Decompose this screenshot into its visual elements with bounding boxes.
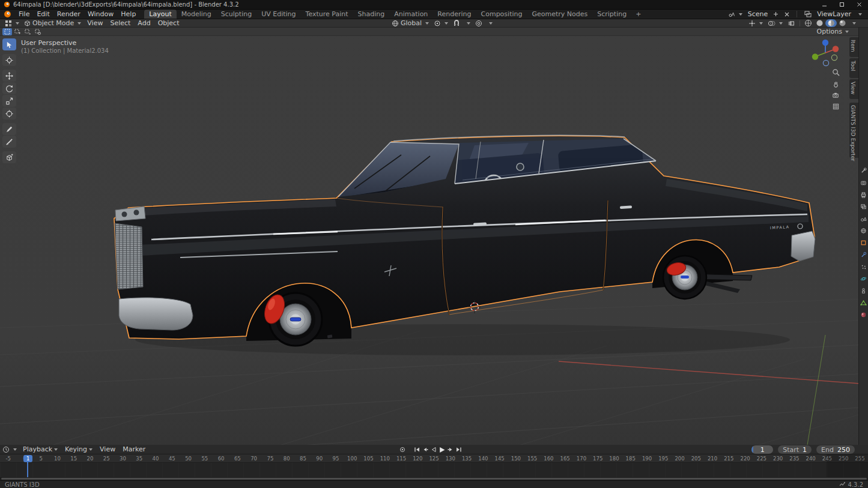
menubar-menu-render[interactable]: Render (53, 10, 84, 19)
add-workspace-button[interactable]: + (631, 10, 645, 19)
select-mode-intersect-button[interactable] (33, 28, 43, 35)
toggle-ortho-icon[interactable] (830, 101, 841, 111)
measure-tool[interactable] (2, 136, 16, 148)
unlink-scene-button[interactable] (782, 10, 792, 19)
timeline-editor-type-button[interactable] (0, 445, 19, 454)
play-button[interactable] (438, 446, 446, 454)
navigation-gizmo[interactable] (810, 37, 841, 68)
sidebar-tab-view[interactable]: View (849, 79, 858, 99)
viewlayer-properties-icon[interactable] (860, 203, 867, 211)
transform-tool[interactable] (2, 107, 16, 119)
new-scene-button[interactable] (771, 10, 781, 19)
select-mode-set-button[interactable] (2, 28, 12, 35)
modifier-properties-icon[interactable] (860, 251, 867, 259)
rear-wheel[interactable] (663, 256, 706, 299)
auto-keying-toggle[interactable] (398, 446, 406, 454)
show-overlays-button[interactable] (765, 19, 785, 27)
zoom-icon[interactable] (830, 67, 841, 77)
sidebar-tab-giants-i3d-exporter[interactable]: GIANTS I3D Exporter (849, 103, 858, 158)
select-mode-extend-button[interactable] (13, 28, 22, 35)
scene-name[interactable]: Scene (746, 10, 770, 18)
viewport-menu-select[interactable]: Select (106, 19, 134, 27)
tool-properties-icon[interactable] (860, 167, 867, 175)
close-button[interactable] (851, 0, 868, 9)
workspace-tab-layout[interactable]: Layout (144, 10, 176, 19)
workspace-tab-sculpting[interactable]: Sculpting (216, 10, 256, 19)
workspace-tab-shading[interactable]: Shading (353, 10, 390, 19)
menubar-menu-file[interactable]: File (15, 10, 33, 19)
particle-properties-icon[interactable] (860, 263, 867, 271)
workspace-tab-uv-editing[interactable]: UV Editing (256, 10, 300, 19)
show-gizmo-button[interactable] (746, 19, 765, 27)
render-properties-icon[interactable] (860, 179, 867, 187)
timeline-menu-keying[interactable]: Keying (61, 445, 96, 454)
cursor-tool[interactable] (2, 54, 16, 66)
playhead[interactable]: 1 (23, 455, 32, 462)
move-tool[interactable] (2, 70, 16, 82)
viewport-menu-object[interactable]: Object (154, 19, 183, 27)
workspace-tab-modeling[interactable]: Modeling (177, 10, 216, 19)
options-dropdown[interactable]: Options (817, 28, 856, 35)
constraint-properties-icon[interactable] (860, 287, 867, 295)
previous-keyframe-button[interactable] (421, 446, 429, 454)
proportional-dropdown[interactable] (485, 19, 495, 27)
current-frame-field[interactable]: 1 (751, 445, 773, 454)
car-model[interactable]: IMPALA (114, 135, 815, 346)
viewport-menu-add[interactable]: Add (134, 19, 154, 27)
viewport-3d[interactable]: IMPALA (0, 28, 868, 445)
output-properties-icon[interactable] (860, 191, 867, 199)
menubar-menu-edit[interactable]: Edit (33, 10, 53, 19)
menubar-menu-help[interactable]: Help (117, 10, 139, 19)
camera-view-icon[interactable] (830, 90, 841, 100)
shading-dropdown[interactable] (848, 19, 858, 27)
snap-toggle[interactable] (451, 19, 463, 27)
viewlayer-name[interactable]: ViewLayer (815, 10, 853, 18)
next-keyframe-button[interactable] (446, 446, 454, 454)
world-properties-icon[interactable] (860, 227, 867, 235)
shading-material-preview-button[interactable] (825, 19, 837, 27)
timeline-track-area[interactable] (0, 463, 868, 477)
scrollbar-thumb[interactable] (1, 478, 867, 480)
scene-properties-icon[interactable] (860, 215, 867, 223)
workspace-tab-compositing[interactable]: Compositing (476, 10, 527, 19)
menubar-menu-window[interactable]: Window (84, 10, 117, 19)
start-frame-field[interactable]: Start1 (778, 445, 812, 454)
workspace-tab-geometry-nodes[interactable]: Geometry Nodes (527, 10, 592, 19)
viewport-menu-view[interactable]: View (83, 19, 106, 27)
annotate-tool[interactable] (2, 123, 16, 135)
workspace-tab-rendering[interactable]: Rendering (432, 10, 476, 19)
rotate-tool[interactable] (2, 82, 16, 94)
viewlayer-dropdown[interactable] (854, 10, 864, 19)
maximize-button[interactable] (833, 0, 851, 9)
sidebar-tab-item[interactable]: Item (849, 37, 858, 57)
object-mode-dropdown[interactable]: Object Mode (22, 19, 83, 27)
jump-to-end-button[interactable] (455, 446, 463, 454)
blender-menu-button[interactable] (0, 10, 15, 19)
workspace-tab-animation[interactable]: Animation (389, 10, 432, 19)
scene-browse-button[interactable] (726, 10, 745, 19)
proportional-editing-toggle[interactable] (473, 19, 485, 27)
sidebar-tab-tool[interactable]: Tool (849, 58, 858, 78)
shading-solid-button[interactable] (814, 19, 825, 27)
pan-hand-icon[interactable] (830, 79, 841, 88)
jump-to-start-button[interactable] (413, 446, 420, 454)
minimize-button[interactable] (816, 0, 833, 9)
play-reverse-button[interactable] (429, 446, 437, 454)
workspace-tab-scripting[interactable]: Scripting (592, 10, 631, 19)
workspace-tab-texture-paint[interactable]: Texture Paint (301, 10, 353, 19)
physics-properties-icon[interactable] (860, 275, 867, 283)
scale-tool[interactable] (2, 95, 16, 107)
timeline-menu-view[interactable]: View (96, 445, 119, 454)
viewport-canvas[interactable]: IMPALA (0, 28, 868, 445)
object-data-properties-icon[interactable] (860, 299, 867, 307)
material-properties-icon[interactable] (860, 311, 867, 319)
select-box-tool[interactable] (2, 38, 16, 50)
editor-type-button[interactable] (2, 19, 22, 27)
end-frame-field[interactable]: End250 (816, 445, 855, 454)
timeline-menu-playback[interactable]: Playback (19, 445, 61, 454)
toggle-xray-button[interactable] (785, 19, 797, 27)
add-cube-tool[interactable] (2, 151, 16, 163)
timeline-ruler[interactable]: -505101520253035404550556065707580859095… (0, 454, 868, 463)
shading-rendered-button[interactable] (837, 19, 848, 27)
timeline-menu-marker[interactable]: Marker (119, 445, 149, 454)
